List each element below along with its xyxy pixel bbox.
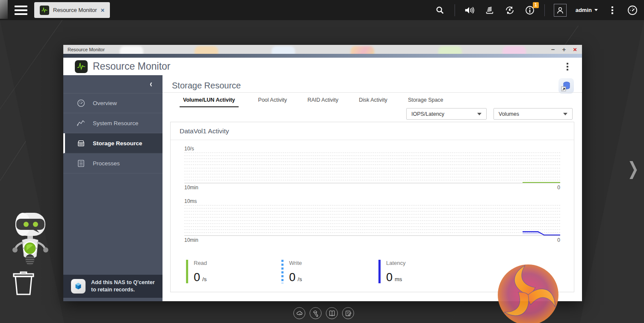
chevron-down-icon xyxy=(594,9,598,11)
volume-icon[interactable] xyxy=(464,5,475,16)
taskbar-right-icons: 1 admin xyxy=(434,4,644,17)
chevron-down-icon xyxy=(563,113,567,115)
iops-chart: 10/s 10min 0 xyxy=(171,146,574,191)
read-series-line xyxy=(523,182,560,183)
latency-right-value: 0 xyxy=(557,237,560,243)
taskbar-tab-label: Resource Monitor xyxy=(53,7,97,13)
user-name-label: admin xyxy=(576,7,592,13)
next-desktop-arrow[interactable]: ❯ xyxy=(627,158,638,179)
read-color-bar xyxy=(186,260,188,283)
legend-write: Write 0/s xyxy=(281,260,378,284)
write-value: 0 xyxy=(289,271,295,284)
close-button[interactable]: × xyxy=(573,46,577,53)
sidebar-item-processes[interactable]: Processes xyxy=(63,153,162,173)
gauge-icon xyxy=(77,99,86,108)
background-tasks-icon[interactable] xyxy=(504,5,515,16)
notifications-info-icon[interactable]: 1 xyxy=(524,5,535,16)
more-options-icon[interactable] xyxy=(607,5,618,16)
line-chart-icon xyxy=(77,119,86,128)
latency-label: Latency xyxy=(386,260,406,266)
taskbar-corner xyxy=(0,0,8,19)
chart-filters: IOPS/Latency Volumes xyxy=(406,108,573,120)
taskbar-tab-resource-monitor[interactable]: Resource Monitor × xyxy=(34,2,110,18)
busy-apps-icon[interactable] xyxy=(484,5,495,16)
sidebar-item-label: Storage Resource xyxy=(93,140,142,147)
app-title: Resource Monitor xyxy=(93,61,171,72)
sidebar-item-label: Overview xyxy=(93,100,117,106)
tools-icon[interactable] xyxy=(310,307,322,319)
latency-y-max-label: 10ms xyxy=(184,198,560,204)
storage-disks-icon xyxy=(77,139,86,148)
iops-x-label: 10min xyxy=(184,185,198,191)
minimize-button[interactable]: − xyxy=(551,46,555,53)
storage-snapshots-shortcut-icon[interactable] xyxy=(558,78,574,94)
blurred-desktop-icon xyxy=(438,46,462,54)
window-title: Resource Monitor xyxy=(63,47,105,52)
panel-title: DataVol1 Activity xyxy=(171,122,574,140)
maximize-button[interactable]: + xyxy=(562,46,566,53)
taskbar-divider xyxy=(455,4,455,16)
page-title: Storage Resource xyxy=(162,75,582,91)
read-label: Read xyxy=(194,260,207,266)
blurred-desktop-icon xyxy=(272,46,295,54)
window-controls: − + × xyxy=(551,45,577,54)
sidebar-item-storage-resource[interactable]: Storage Resource xyxy=(63,133,162,153)
notes-icon[interactable] xyxy=(342,307,354,319)
desktop-dock xyxy=(293,307,354,319)
process-list-icon xyxy=(77,159,86,168)
tab-volume-lun-activity[interactable]: Volume/LUN Activity xyxy=(180,94,239,107)
iops-plot-area xyxy=(184,153,560,183)
latency-unit: ms xyxy=(395,276,402,282)
sidebar-item-label: Processes xyxy=(93,160,120,167)
chevron-down-icon xyxy=(477,113,482,115)
sidebar-collapse-icon[interactable]: ‹ xyxy=(150,79,152,90)
titlebar-gradient-strip xyxy=(63,54,582,58)
latency-value: 0 xyxy=(386,271,393,284)
sidebar-item-overview[interactable]: Overview xyxy=(63,93,162,113)
app-more-options-icon[interactable] xyxy=(567,63,568,70)
qcenter-note: Add this NAS to Q'center to retain recor… xyxy=(91,279,155,294)
guide-book-icon[interactable] xyxy=(326,307,338,319)
search-icon[interactable] xyxy=(434,5,446,16)
legend-read: Read 0/s xyxy=(186,260,281,284)
sidebar-item-label: System Resource xyxy=(93,120,139,126)
write-unit: /s xyxy=(298,276,302,282)
write-color-bar xyxy=(281,260,284,283)
tab-storage-space[interactable]: Storage Space xyxy=(407,94,444,107)
user-menu[interactable]: admin xyxy=(576,7,598,13)
tab-close-icon[interactable]: × xyxy=(101,7,105,13)
tab-disk-activity[interactable]: Disk Activity xyxy=(358,94,388,107)
cloud-backup-icon[interactable] xyxy=(293,307,305,319)
tab-raid-activity[interactable]: RAID Activity xyxy=(307,94,339,107)
user-avatar-icon[interactable] xyxy=(554,4,567,17)
iops-right-value: 0 xyxy=(557,185,560,191)
main-menu-button[interactable] xyxy=(15,6,27,15)
latency-plot-area xyxy=(184,205,560,236)
volume-select-value: Volumes xyxy=(499,111,519,117)
window-titlebar[interactable]: Resource Monitor − + × xyxy=(63,45,582,54)
latency-series-line xyxy=(523,230,560,236)
dashboard-icon[interactable] xyxy=(627,5,638,16)
blurred-desktop-icon xyxy=(502,46,526,54)
header-divider xyxy=(162,92,582,93)
qcenter-banner[interactable]: Add this NAS to Q'center to retain recor… xyxy=(63,275,162,298)
volume-select[interactable]: Volumes xyxy=(493,108,573,120)
metric-select-value: IOPS/Latency xyxy=(411,111,444,117)
resource-monitor-app-icon xyxy=(40,6,49,15)
blurred-desktop-icon xyxy=(120,46,143,54)
sidebar-nav: Overview System Resource Storage Resourc… xyxy=(63,93,162,173)
metric-select[interactable]: IOPS/Latency xyxy=(406,108,487,120)
kitguru-watermark-logo xyxy=(496,263,560,323)
tab-pool-activity[interactable]: Pool Activity xyxy=(257,94,288,107)
read-unit: /s xyxy=(202,276,207,282)
blurred-desktop-icon xyxy=(351,46,374,54)
blurred-desktop-icon xyxy=(195,46,218,54)
latency-chart: 10ms xyxy=(171,198,574,243)
latency-color-bar xyxy=(378,260,381,283)
storage-tabs: Volume/LUN Activity Pool Activity RAID A… xyxy=(180,94,444,107)
app-header: Resource Monitor xyxy=(63,58,582,75)
iops-y-max-label: 10/s xyxy=(184,146,560,152)
recycle-bin-icon[interactable] xyxy=(12,270,35,296)
notification-badge: 1 xyxy=(533,2,539,8)
sidebar-item-system-resource[interactable]: System Resource xyxy=(63,113,162,133)
